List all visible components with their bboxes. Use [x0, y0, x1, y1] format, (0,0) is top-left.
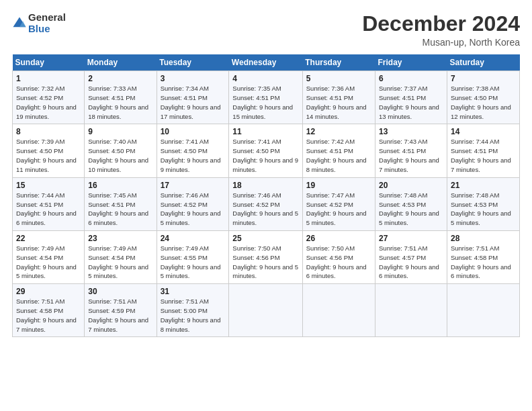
table-row: 9Sunrise: 7:40 AMSunset: 4:50 PMDaylight… [85, 124, 157, 177]
day-number: 14 [451, 127, 516, 136]
week-row-3: 15Sunrise: 7:44 AMSunset: 4:51 PMDayligh… [13, 177, 520, 230]
day-info: Sunrise: 7:46 AMSunset: 4:52 PMDaylight:… [161, 191, 221, 226]
table-row: 6Sunrise: 7:37 AMSunset: 4:51 PMDaylight… [375, 71, 447, 124]
day-number: 12 [306, 127, 371, 136]
day-info: Sunrise: 7:44 AMSunset: 4:51 PMDaylight:… [451, 138, 511, 173]
day-info: Sunrise: 7:37 AMSunset: 4:51 PMDaylight:… [379, 85, 439, 120]
day-number: 3 [161, 74, 226, 83]
day-number: 27 [379, 234, 443, 243]
day-info: Sunrise: 7:51 AMSunset: 4:59 PMDaylight:… [88, 298, 148, 332]
day-number: 23 [88, 234, 152, 243]
day-info: Sunrise: 7:48 AMSunset: 4:53 PMDaylight:… [379, 191, 439, 226]
day-info: Sunrise: 7:50 AMSunset: 4:56 PMDaylight:… [306, 244, 367, 279]
day-number: 31 [161, 287, 226, 296]
table-row: 20Sunrise: 7:48 AMSunset: 4:53 PMDayligh… [375, 177, 447, 230]
day-number: 21 [451, 181, 516, 190]
day-number: 15 [16, 181, 81, 190]
day-info: Sunrise: 7:49 AMSunset: 4:54 PMDaylight:… [88, 244, 148, 279]
week-row-1: 1Sunrise: 7:32 AMSunset: 4:52 PMDaylight… [13, 71, 520, 124]
header-thursday: Thursday [302, 54, 375, 71]
table-row: 27Sunrise: 7:51 AMSunset: 4:57 PMDayligh… [375, 230, 447, 283]
location-subtitle: Musan-up, North Korea [362, 37, 520, 48]
day-info: Sunrise: 7:51 AMSunset: 4:57 PMDaylight:… [379, 244, 439, 279]
logo-blue: Blue [28, 24, 66, 35]
day-info: Sunrise: 7:48 AMSunset: 4:53 PMDaylight:… [451, 191, 511, 226]
table-row: 4Sunrise: 7:35 AMSunset: 4:51 PMDaylight… [229, 71, 302, 124]
table-row: 1Sunrise: 7:32 AMSunset: 4:52 PMDaylight… [13, 71, 85, 124]
table-row: 18Sunrise: 7:46 AMSunset: 4:52 PMDayligh… [229, 177, 302, 230]
day-number: 16 [88, 181, 152, 190]
calendar-table: Sunday Monday Tuesday Wednesday Thursday… [12, 54, 520, 337]
day-number: 25 [232, 234, 298, 243]
table-row: 2Sunrise: 7:33 AMSunset: 4:51 PMDaylight… [85, 71, 157, 124]
day-info: Sunrise: 7:45 AMSunset: 4:51 PMDaylight:… [88, 191, 148, 226]
weekday-header-row: Sunday Monday Tuesday Wednesday Thursday… [13, 54, 520, 71]
table-row: 31Sunrise: 7:51 AMSunset: 5:00 PMDayligh… [157, 284, 229, 337]
header-monday: Monday [85, 54, 157, 71]
day-info: Sunrise: 7:40 AMSunset: 4:50 PMDaylight:… [88, 138, 148, 173]
table-row: 28Sunrise: 7:51 AMSunset: 4:58 PMDayligh… [447, 230, 519, 283]
table-row: 3Sunrise: 7:34 AMSunset: 4:51 PMDaylight… [157, 71, 229, 124]
day-info: Sunrise: 7:51 AMSunset: 4:58 PMDaylight:… [16, 298, 77, 332]
day-number: 8 [16, 127, 81, 136]
table-row: 23Sunrise: 7:49 AMSunset: 4:54 PMDayligh… [85, 230, 157, 283]
day-info: Sunrise: 7:44 AMSunset: 4:51 PMDaylight:… [16, 191, 77, 226]
table-row: 15Sunrise: 7:44 AMSunset: 4:51 PMDayligh… [13, 177, 85, 230]
header-wednesday: Wednesday [229, 54, 302, 71]
table-row: 10Sunrise: 7:41 AMSunset: 4:50 PMDayligh… [157, 124, 229, 177]
table-row: 22Sunrise: 7:49 AMSunset: 4:54 PMDayligh… [13, 230, 85, 283]
table-row: 5Sunrise: 7:36 AMSunset: 4:51 PMDaylight… [302, 71, 375, 124]
header: General Blue December 2024 Musan-up, Nor… [12, 12, 520, 48]
header-tuesday: Tuesday [157, 54, 229, 71]
day-info: Sunrise: 7:51 AMSunset: 5:00 PMDaylight:… [161, 298, 221, 332]
day-number: 19 [306, 181, 371, 190]
table-row [375, 284, 447, 337]
day-info: Sunrise: 7:46 AMSunset: 4:52 PMDaylight:… [232, 191, 298, 226]
day-info: Sunrise: 7:41 AMSunset: 4:50 PMDaylight:… [161, 138, 221, 173]
day-number: 18 [232, 181, 298, 190]
table-row: 14Sunrise: 7:44 AMSunset: 4:51 PMDayligh… [447, 124, 519, 177]
day-number: 29 [16, 287, 81, 296]
day-number: 6 [379, 74, 443, 83]
table-row: 30Sunrise: 7:51 AMSunset: 4:59 PMDayligh… [85, 284, 157, 337]
day-number: 1 [16, 74, 81, 83]
day-number: 24 [161, 234, 226, 243]
day-info: Sunrise: 7:38 AMSunset: 4:50 PMDaylight:… [451, 85, 511, 120]
table-row [302, 284, 375, 337]
day-number: 5 [306, 74, 371, 83]
table-row: 29Sunrise: 7:51 AMSunset: 4:58 PMDayligh… [13, 284, 85, 337]
day-number: 22 [16, 234, 81, 243]
day-info: Sunrise: 7:50 AMSunset: 4:56 PMDaylight:… [232, 244, 298, 279]
table-row: 11Sunrise: 7:41 AMSunset: 4:50 PMDayligh… [229, 124, 302, 177]
day-number: 28 [451, 234, 516, 243]
logo-icon [12, 16, 27, 31]
day-info: Sunrise: 7:39 AMSunset: 4:50 PMDaylight:… [16, 138, 77, 173]
header-friday: Friday [375, 54, 447, 71]
day-number: 11 [232, 127, 298, 136]
table-row: 8Sunrise: 7:39 AMSunset: 4:50 PMDaylight… [13, 124, 85, 177]
title-area: December 2024 Musan-up, North Korea [362, 12, 520, 48]
week-row-2: 8Sunrise: 7:39 AMSunset: 4:50 PMDaylight… [13, 124, 520, 177]
day-info: Sunrise: 7:49 AMSunset: 4:54 PMDaylight:… [16, 244, 77, 279]
calendar-page: General Blue December 2024 Musan-up, Nor… [0, 0, 532, 411]
day-info: Sunrise: 7:51 AMSunset: 4:58 PMDaylight:… [451, 244, 511, 279]
day-number: 10 [161, 127, 226, 136]
day-info: Sunrise: 7:33 AMSunset: 4:51 PMDaylight:… [88, 85, 148, 120]
week-row-5: 29Sunrise: 7:51 AMSunset: 4:58 PMDayligh… [13, 284, 520, 337]
day-info: Sunrise: 7:35 AMSunset: 4:51 PMDaylight:… [232, 85, 293, 120]
logo-general: General [28, 12, 66, 24]
table-row: 13Sunrise: 7:43 AMSunset: 4:51 PMDayligh… [375, 124, 447, 177]
day-number: 13 [379, 127, 443, 136]
day-number: 9 [88, 127, 152, 136]
day-info: Sunrise: 7:49 AMSunset: 4:55 PMDaylight:… [161, 244, 221, 279]
week-row-4: 22Sunrise: 7:49 AMSunset: 4:54 PMDayligh… [13, 230, 520, 283]
table-row: 26Sunrise: 7:50 AMSunset: 4:56 PMDayligh… [302, 230, 375, 283]
logo: General Blue [12, 12, 66, 34]
day-number: 26 [306, 234, 371, 243]
day-number: 2 [88, 74, 152, 83]
day-number: 20 [379, 181, 443, 190]
day-info: Sunrise: 7:42 AMSunset: 4:51 PMDaylight:… [306, 138, 367, 173]
table-row: 21Sunrise: 7:48 AMSunset: 4:53 PMDayligh… [447, 177, 519, 230]
logo-text: General Blue [28, 12, 66, 34]
table-row: 16Sunrise: 7:45 AMSunset: 4:51 PMDayligh… [85, 177, 157, 230]
